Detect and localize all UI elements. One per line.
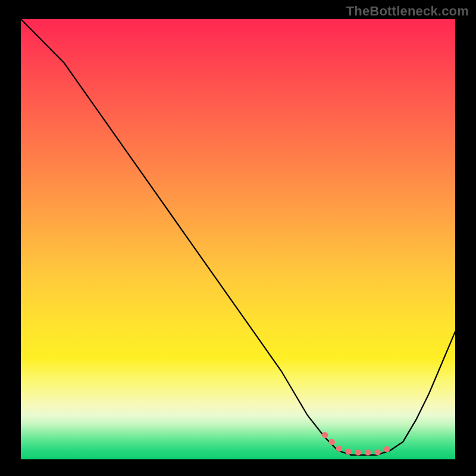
chart-stage: TheBottleneck.com (0, 0, 476, 476)
plot-svg (21, 19, 455, 459)
plot-area (21, 19, 455, 459)
bottleneck-curve (21, 19, 455, 455)
optimal-range-highlight (325, 435, 390, 453)
attribution-text: TheBottleneck.com (346, 4, 469, 19)
